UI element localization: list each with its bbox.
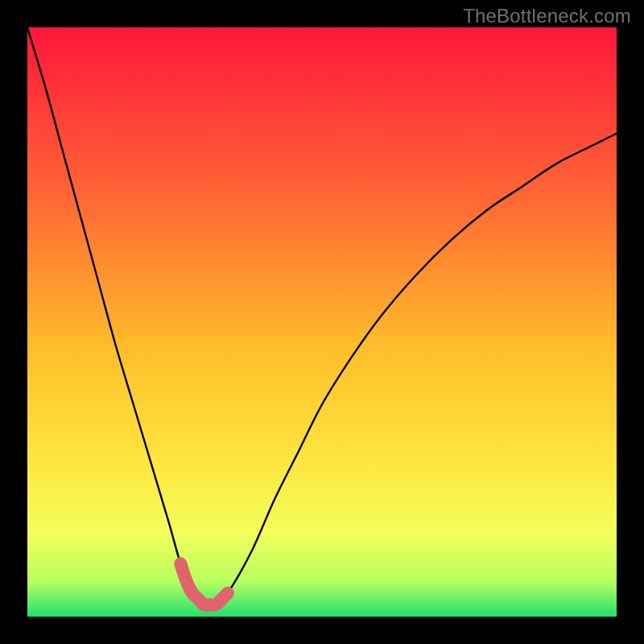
- plot-area: [27, 27, 617, 617]
- bottleneck-chart: [27, 27, 617, 617]
- chart-frame: TheBottleneck.com: [0, 0, 644, 644]
- gradient-background: [27, 27, 617, 617]
- watermark-label: TheBottleneck.com: [463, 5, 631, 27]
